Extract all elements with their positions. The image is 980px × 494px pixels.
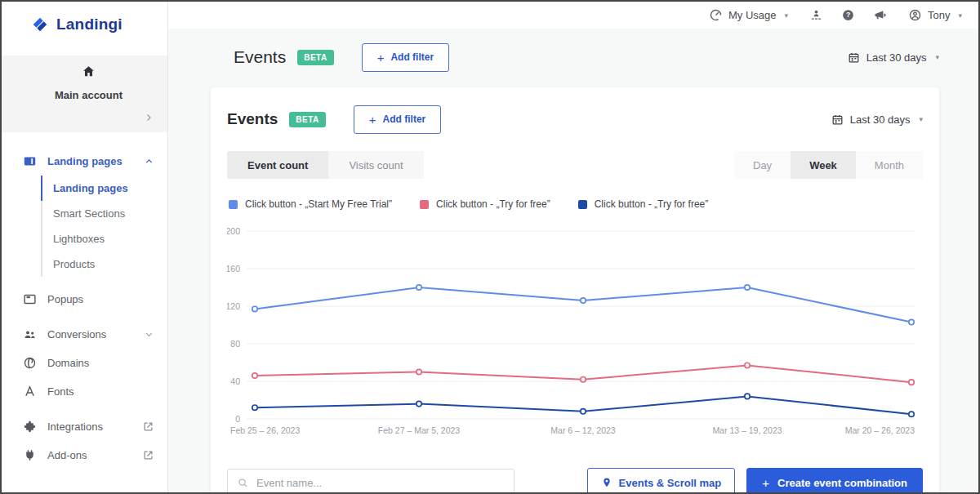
- sidebar-subitem-lightboxes[interactable]: Lightboxes: [41, 226, 167, 251]
- sidebar-item-fonts[interactable]: Fonts: [2, 377, 167, 406]
- legend-item: Click button - „Try for free”: [420, 198, 550, 210]
- svg-text:0: 0: [235, 414, 240, 424]
- chevron-up-icon: [144, 156, 154, 167]
- search-icon: [237, 477, 249, 489]
- add-filter-button[interactable]: + Add filter: [354, 105, 441, 134]
- caret-down-icon: ▾: [958, 11, 962, 20]
- brand-name: Landingi: [56, 16, 122, 33]
- event-search-input[interactable]: [256, 477, 505, 489]
- date-range-picker[interactable]: Last 30 days ▾: [831, 113, 923, 126]
- username: Tony: [928, 9, 950, 21]
- sidebar-item-label: Fonts: [47, 385, 74, 398]
- puzzle-icon: [23, 420, 37, 434]
- granularity-day[interactable]: Day: [734, 151, 791, 179]
- svg-text:?: ?: [846, 11, 850, 19]
- legend-swatch: [420, 200, 429, 209]
- gauge-icon: [709, 8, 723, 22]
- event-search: [227, 469, 514, 494]
- help-icon[interactable]: ?: [841, 8, 855, 22]
- granularity-month[interactable]: Month: [856, 151, 923, 179]
- beta-badge: BETA: [289, 112, 325, 127]
- tabs-row: Event count Visits count Day Week Month: [227, 151, 923, 179]
- sidebar-item-label: Integrations: [47, 421, 103, 433]
- external-link-icon: [142, 449, 154, 461]
- sidebar-item-addons[interactable]: Add-ons: [2, 441, 167, 470]
- legend-label: Click button - „Try for free”: [436, 198, 550, 210]
- logo: Landingi: [2, 11, 167, 38]
- content: Events BETA + Add filter Last 30 days ▾ …: [168, 29, 978, 494]
- svg-text:Mar 13 – 19, 2023: Mar 13 – 19, 2023: [712, 425, 782, 435]
- sidebar-item-label: Landing pages: [47, 155, 122, 167]
- footer-actions: Events & Scroll map + Create event combi…: [587, 468, 923, 494]
- megaphone-icon[interactable]: [873, 8, 887, 22]
- plus-icon: +: [377, 51, 385, 65]
- legend-swatch: [578, 200, 587, 209]
- chevron-down-icon: [144, 329, 154, 340]
- events-card: Events BETA + Add filter Last 30 days ▾: [211, 87, 939, 494]
- my-usage-menu[interactable]: My Usage ▾: [709, 8, 788, 22]
- chart-area: 04080120160200Feb 25 – 26, 2023Feb 27 – …: [227, 220, 923, 438]
- user-menu[interactable]: Tony ▾: [908, 8, 962, 22]
- sidebar-item-conversions[interactable]: Conversions: [2, 320, 167, 349]
- external-link-icon: [142, 421, 154, 433]
- sidebar-item-label: Conversions: [47, 328, 106, 340]
- globe-icon: [23, 356, 37, 370]
- topbar: My Usage ▾ ? Tony ▾: [168, 2, 978, 29]
- legend-label: Click button - „Start My Free Trial”: [245, 198, 392, 210]
- legend-item: Click button - „Try for free”: [578, 198, 709, 210]
- user-circle-icon: [908, 8, 922, 22]
- beta-badge: BETA: [297, 50, 333, 65]
- svg-text:200: 200: [227, 226, 240, 236]
- sidebar-item-landing-pages[interactable]: Landing pages: [2, 147, 167, 176]
- legend-swatch: [229, 200, 238, 209]
- create-event-combination-button[interactable]: + Create event combination: [746, 468, 923, 494]
- fonts-icon: [23, 385, 37, 398]
- svg-text:80: 80: [230, 339, 240, 349]
- date-range-picker[interactable]: Last 30 days ▾: [848, 51, 939, 64]
- sidebar-item-domains[interactable]: Domains: [2, 349, 167, 377]
- granularity-week[interactable]: Week: [791, 151, 856, 179]
- sidebar-subitem-landing-pages[interactable]: Landing pages: [41, 176, 167, 201]
- location-pin-icon: [601, 477, 612, 488]
- card-title: Events: [227, 110, 278, 128]
- svg-text:120: 120: [227, 301, 240, 311]
- sidebar-item-main-account[interactable]: Main account: [2, 56, 167, 132]
- caret-down-icon: ▾: [919, 115, 923, 123]
- sidebar-item-label: Main account: [55, 89, 122, 101]
- chevron-right-icon: [143, 112, 154, 123]
- sidebar-item-label: Popups: [47, 293, 83, 305]
- svg-text:Mar 20 – 26, 2023: Mar 20 – 26, 2023: [845, 425, 915, 435]
- date-range-label: Last 30 days: [866, 51, 927, 64]
- app-window: Landingi Main account Landing pages: [0, 0, 980, 494]
- conversions-icon: [23, 327, 37, 341]
- users-icon[interactable]: [809, 8, 823, 22]
- svg-text:160: 160: [227, 264, 240, 274]
- sidebar: Landingi Main account Landing pages: [2, 2, 168, 492]
- date-range-label: Last 30 days: [850, 113, 911, 126]
- tab-visits-count[interactable]: Visits count: [328, 151, 423, 179]
- sidebar-subitem-smart-sections[interactable]: Smart Sections: [41, 201, 167, 226]
- sidebar-item-popups[interactable]: Popups: [2, 285, 167, 314]
- svg-text:Feb 25 – 26, 2023: Feb 25 – 26, 2023: [230, 425, 300, 435]
- my-usage-label: My Usage: [728, 9, 777, 21]
- events-scroll-map-button[interactable]: Events & Scroll map: [587, 468, 736, 494]
- caret-down-icon: ▾: [935, 53, 939, 61]
- add-filter-button[interactable]: + Add filter: [362, 43, 449, 72]
- card-header: Events BETA + Add filter Last 30 days ▾: [227, 105, 923, 133]
- main-area: My Usage ▾ ? Tony ▾: [168, 2, 978, 492]
- topbar-icons: ?: [809, 8, 887, 22]
- granularity-toggle: Day Week Month: [734, 151, 923, 179]
- sidebar-item-integrations[interactable]: Integrations: [2, 412, 167, 441]
- sidebar-subitem-products[interactable]: Products: [41, 251, 167, 277]
- tab-event-count[interactable]: Event count: [227, 151, 328, 179]
- caret-down-icon: ▾: [784, 11, 788, 20]
- svg-text:Feb 27 – Mar 5, 2023: Feb 27 – Mar 5, 2023: [378, 425, 461, 435]
- plug-icon: [23, 448, 37, 462]
- legend-label: Click button - „Try for free”: [595, 198, 709, 210]
- legend-item: Click button - „Start My Free Trial”: [229, 198, 392, 210]
- card-footer: Events & Scroll map + Create event combi…: [227, 468, 923, 494]
- svg-text:40: 40: [230, 376, 240, 386]
- sidebar-item-label: Domains: [47, 357, 89, 369]
- home-icon: [82, 65, 96, 78]
- svg-text:Mar 6 – 12, 2023: Mar 6 – 12, 2023: [550, 425, 616, 435]
